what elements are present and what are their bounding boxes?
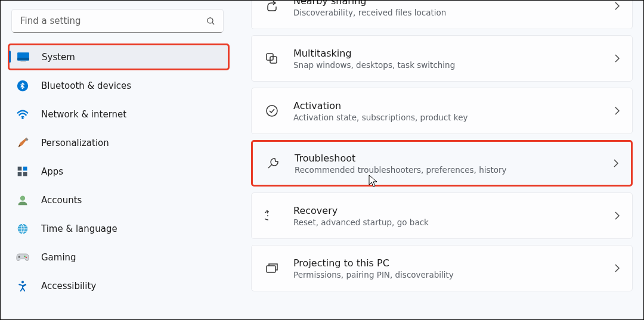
network-icon: [16, 108, 29, 121]
card-desc: Permissions, pairing PIN, discoverabilit…: [293, 270, 600, 279]
chevron-right-icon: [614, 263, 620, 273]
card-multitasking[interactable]: Multitasking Snap windows, desktops, tas…: [251, 35, 633, 82]
chevron-right-icon: [614, 1, 620, 11]
nav-item-system[interactable]: System: [8, 44, 230, 70]
chevron-right-icon: [614, 54, 620, 63]
apps-icon: [16, 165, 29, 178]
card-texts: Recovery Reset, advanced startup, go bac…: [293, 205, 600, 227]
svg-rect-4: [21, 61, 26, 61]
svg-point-19: [21, 281, 24, 283]
share-icon: [265, 0, 279, 13]
nav-label: Gaming: [41, 252, 76, 263]
nav-label: Bluetooth & devices: [41, 80, 131, 91]
card-texts: Multitasking Snap windows, desktops, tas…: [293, 48, 600, 70]
sidebar: System Bluetooth & devices Network & int…: [1, 1, 234, 320]
nav-item-time-language[interactable]: Time & language: [9, 215, 228, 242]
nav-item-gaming[interactable]: Gaming: [9, 244, 228, 271]
chevron-right-icon: [614, 106, 620, 116]
card-projecting[interactable]: Projecting to this PC Permissions, pairi…: [251, 245, 633, 291]
svg-point-12: [20, 195, 25, 200]
card-texts: Activation Activation state, subscriptio…: [293, 100, 600, 122]
card-desc: Activation state, subscriptions, product…: [293, 113, 600, 122]
projecting-icon: [265, 261, 279, 275]
accounts-icon: [16, 194, 29, 207]
chevron-right-icon: [613, 159, 619, 168]
card-title: Activation: [293, 100, 600, 111]
svg-rect-8: [18, 166, 22, 170]
svg-rect-10: [18, 172, 22, 176]
recovery-icon: [265, 209, 279, 223]
nav-label: Network & internet: [41, 109, 126, 120]
card-desc: Recommended troubleshooters, preferences…: [295, 165, 599, 175]
nav-item-accessibility[interactable]: Accessibility: [9, 272, 228, 299]
chevron-right-icon: [614, 211, 620, 220]
svg-rect-23: [267, 266, 275, 272]
svg-point-18: [26, 256, 27, 258]
card-title: Recovery: [293, 205, 600, 216]
svg-line-1: [212, 22, 214, 24]
svg-rect-9: [23, 166, 27, 170]
nav-item-bluetooth[interactable]: Bluetooth & devices: [9, 72, 228, 99]
card-title: Troubleshoot: [295, 153, 599, 164]
svg-point-6: [21, 117, 23, 119]
search-box[interactable]: [11, 9, 224, 33]
personalization-icon: [16, 136, 29, 150]
card-activation[interactable]: Activation Activation state, subscriptio…: [251, 88, 633, 134]
nav-item-network[interactable]: Network & internet: [9, 101, 228, 128]
system-icon: [17, 51, 30, 64]
card-troubleshoot[interactable]: Troubleshoot Recommended troubleshooters…: [251, 140, 633, 187]
bluetooth-icon: [16, 79, 29, 92]
svg-point-22: [267, 105, 277, 116]
card-desc: Reset, advanced startup, go back: [293, 218, 600, 227]
search-input[interactable]: [20, 15, 206, 26]
nav-item-accounts[interactable]: Accounts: [9, 187, 228, 213]
multitasking-icon: [265, 51, 279, 66]
card-title: Projecting to this PC: [293, 257, 600, 269]
accessibility-icon: [16, 279, 29, 293]
nav-label: Accounts: [41, 195, 82, 206]
nav-label: System: [42, 52, 75, 63]
nav-label: Accessibility: [41, 281, 96, 291]
nav-label: Personalization: [41, 138, 109, 148]
card-title: Multitasking: [293, 48, 600, 59]
svg-point-17: [24, 256, 26, 257]
time-language-icon: [16, 222, 29, 235]
search-icon: [206, 16, 216, 26]
nav-item-personalization[interactable]: Personalization: [9, 129, 228, 156]
card-nearby-sharing[interactable]: Nearby sharing Discoverability, received…: [251, 0, 633, 29]
card-texts: Troubleshoot Recommended troubleshooters…: [295, 153, 599, 175]
nav-item-apps[interactable]: Apps: [9, 158, 228, 185]
svg-rect-11: [23, 172, 27, 176]
card-recovery[interactable]: Recovery Reset, advanced startup, go bac…: [251, 192, 633, 239]
card-desc: Snap windows, desktops, task switching: [293, 60, 600, 70]
card-texts: Nearby sharing Discoverability, received…: [293, 0, 600, 17]
svg-rect-3: [17, 57, 29, 60]
card-desc: Discoverability, received files location: [293, 8, 600, 17]
gaming-icon: [16, 251, 29, 264]
card-title: Nearby sharing: [293, 0, 600, 7]
svg-point-0: [208, 17, 213, 23]
settings-main: Nearby sharing Discoverability, received…: [251, 1, 643, 320]
activation-icon: [265, 104, 279, 118]
troubleshoot-icon: [266, 156, 280, 170]
nav-label: Time & language: [41, 223, 117, 234]
card-texts: Projecting to this PC Permissions, pairi…: [293, 257, 600, 279]
nav-label: Apps: [41, 166, 63, 177]
